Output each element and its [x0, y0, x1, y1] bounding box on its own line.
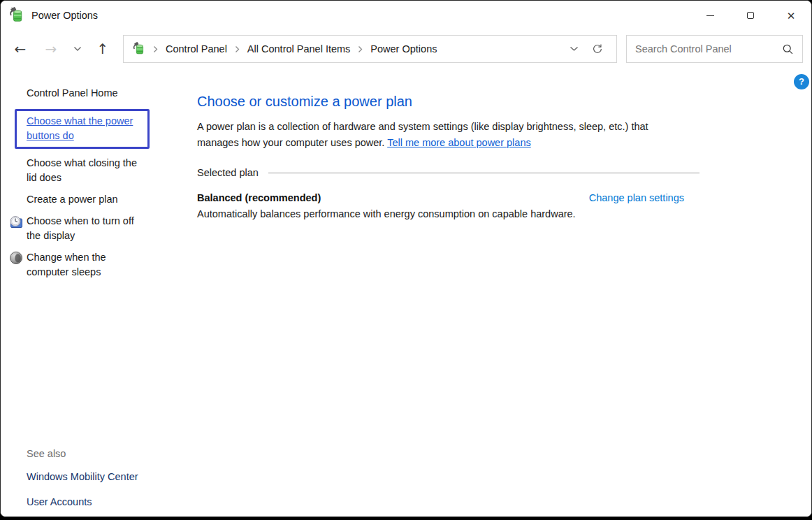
sidebar-item-create-power-plan[interactable]: Create a power plan [27, 192, 150, 207]
window-controls: ✕ [690, 1, 811, 30]
page-title: Choose or customize a power plan [197, 94, 811, 110]
up-button[interactable]: ↑ [92, 38, 113, 59]
sidebar-item-user-accounts[interactable]: User Accounts [27, 495, 92, 510]
see-also-header: See also [27, 448, 138, 459]
sidebar: Control Panel Home Choose what the power… [1, 68, 175, 517]
clock-icon [9, 215, 23, 229]
window-title: Power Options [31, 10, 98, 21]
chevron-right-icon [358, 45, 363, 53]
content-area: Control Panel Home Choose what the power… [1, 68, 811, 517]
minimize-icon [706, 15, 714, 16]
forward-button[interactable]: → [41, 38, 61, 59]
chevron-right-icon [153, 45, 158, 53]
address-bar[interactable]: Control Panel All Control Panel Items Po… [123, 35, 617, 63]
help-icon[interactable]: ? [794, 74, 809, 89]
sidebar-item-windows-mobility-center[interactable]: Windows Mobility Center [27, 470, 138, 484]
breadcrumb-all-control-panel-items[interactable]: All Control Panel Items [244, 41, 354, 57]
highlight-box: Choose what the power buttons do [15, 109, 150, 149]
main-panel: Choose or customize a power plan A power… [175, 68, 811, 517]
breadcrumb-power-icon [132, 42, 146, 56]
section-divider [268, 173, 699, 173]
plan-row: Balanced (recommended) Change plan setti… [197, 192, 699, 203]
plan-description: Automatically balances performance with … [197, 208, 811, 219]
close-button[interactable]: ✕ [771, 1, 811, 30]
refresh-icon[interactable] [586, 37, 609, 61]
maximize-icon [747, 12, 754, 19]
plan-name: Balanced (recommended) [197, 192, 321, 203]
sidebar-item-choose-lid-close[interactable]: Choose what closing the lid does [27, 156, 150, 185]
tell-me-more-link[interactable]: Tell me more about power plans [387, 137, 531, 148]
selected-plan-section: Selected plan [197, 167, 699, 178]
sidebar-item-label: Choose when to turn off the display [27, 215, 134, 241]
sidebar-item-turn-off-display[interactable]: Choose when to turn off the display [27, 214, 150, 243]
chevron-right-icon [235, 45, 240, 53]
back-button[interactable]: ← [10, 38, 31, 59]
sidebar-item-choose-power-buttons[interactable]: Choose what the power buttons do [27, 115, 133, 141]
title-bar: Power Options ✕ [1, 1, 811, 30]
close-icon: ✕ [787, 10, 796, 21]
navigation-bar: ← → ↑ Control Panel All Control Panel It… [1, 30, 811, 68]
recent-pages-chevron-icon[interactable] [69, 38, 86, 59]
sleep-icon [9, 251, 23, 265]
selected-plan-label: Selected plan [197, 167, 259, 178]
power-options-app-icon [8, 7, 25, 24]
sidebar-item-label: Change when the computer sleeps [27, 252, 106, 277]
search-box [626, 35, 803, 63]
address-dropdown-chevron-icon[interactable] [562, 37, 586, 61]
breadcrumb-power-options[interactable]: Power Options [367, 41, 440, 57]
change-plan-settings-link[interactable]: Change plan settings [589, 192, 684, 203]
intro-paragraph: A power plan is a collection of hardware… [197, 119, 671, 151]
sidebar-item-control-panel-home[interactable]: Control Panel Home [27, 87, 118, 99]
power-options-window: Power Options ✕ ← → ↑ Contro [0, 0, 812, 517]
sidebar-item-change-sleep[interactable]: Change when the computer sleeps [27, 250, 150, 280]
search-icon[interactable] [782, 43, 794, 55]
see-also-section: See also Windows Mobility Center User Ac… [27, 448, 138, 510]
breadcrumb-control-panel[interactable]: Control Panel [162, 41, 231, 57]
search-input[interactable] [635, 43, 782, 55]
minimize-button[interactable] [690, 1, 730, 30]
maximize-button[interactable] [730, 1, 771, 30]
